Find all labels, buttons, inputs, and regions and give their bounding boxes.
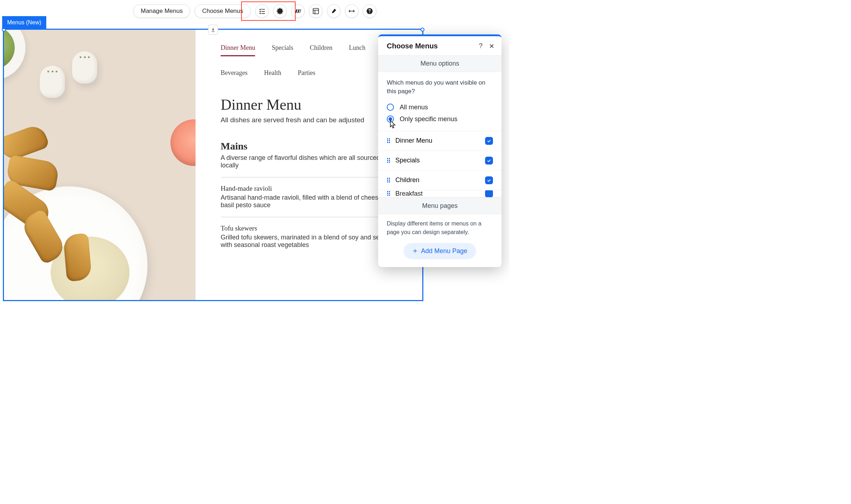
menu-tab-parties[interactable]: Parties (298, 69, 315, 80)
menu-item-desc: Artisanal hand-made ravioli, filled with… (221, 194, 400, 209)
menu-toggle-label: Children (395, 176, 419, 184)
menu-tab-specials[interactable]: Specials (272, 44, 293, 56)
menu-toggle-label: Specials (395, 157, 420, 164)
close-icon[interactable]: ✕ (489, 42, 494, 50)
menu-toggle-label: Breakfast (395, 190, 423, 198)
menu-title: Dinner Menu (221, 96, 400, 113)
drag-handle-icon[interactable] (387, 177, 390, 183)
checklist-icon[interactable] (255, 4, 269, 18)
radio-specific-menus[interactable]: Only specific menus (387, 113, 493, 125)
radio-label: Only specific menus (400, 115, 457, 123)
divider (221, 217, 400, 217)
menu-item-name: Hand-made ravioli (221, 185, 400, 192)
radio-label: All menus (400, 104, 428, 111)
menu-item: Hand-made ravioli Artisanal hand-made ra… (221, 185, 400, 209)
choose-menus-panel: Choose Menus ? ✕ Menu options Which menu… (378, 34, 502, 267)
stretch-icon[interactable] (345, 4, 358, 18)
download-handle-icon[interactable] (208, 25, 218, 35)
panel-section-options: Menu options (378, 55, 502, 72)
section-subtitle: A diverse range of flavorful dishes whic… (221, 154, 400, 169)
menu-toggle-label: Dinner Menu (395, 137, 432, 144)
menu-tabs: Dinner Menu Specials Children Lunch Vega… (221, 44, 400, 80)
section-title: Mains (221, 141, 400, 152)
menu-tab-health[interactable]: Health (264, 69, 281, 80)
menu-toggle-row[interactable]: Dinner Menu (378, 131, 502, 151)
menu-hero-image (4, 30, 196, 301)
checkbox-checked-icon[interactable] (485, 137, 493, 145)
menu-item: Tofu skewers Grilled tofu skewers, marin… (221, 224, 400, 249)
selection-label[interactable]: Menus (New) (2, 16, 46, 29)
editor-toolbar: Manage Menus Choose Menus (133, 4, 376, 18)
choose-menus-button[interactable]: Choose Menus (194, 4, 250, 18)
panel-question: Which menus do you want visible on this … (387, 79, 493, 96)
svg-rect-0 (313, 9, 318, 14)
layout-icon[interactable] (309, 4, 323, 18)
divider (221, 177, 400, 177)
add-menu-page-button[interactable]: Add Menu Page (404, 243, 476, 259)
add-menu-page-label: Add Menu Page (421, 247, 467, 255)
help-icon[interactable] (363, 4, 376, 18)
menu-tab-dinner[interactable]: Dinner Menu (221, 44, 255, 56)
drag-handle-icon[interactable] (387, 191, 390, 196)
menu-tab-children[interactable]: Children (310, 44, 332, 56)
panel-help-icon[interactable]: ? (479, 42, 483, 50)
manage-menus-button[interactable]: Manage Menus (133, 4, 190, 18)
svg-point-2 (369, 12, 370, 13)
radio-icon (387, 104, 394, 111)
panel-header: Choose Menus ? ✕ (378, 36, 502, 55)
cursor-icon (388, 120, 397, 130)
skew-icon[interactable] (291, 4, 305, 18)
menu-subtitle: All dishes are served fresh and can be a… (221, 116, 400, 124)
menu-tab-beverages[interactable]: Beverages (221, 69, 248, 80)
menu-item-name: Tofu skewers (221, 224, 400, 232)
checkbox-checked-icon[interactable] (485, 157, 493, 165)
drag-handle-icon[interactable] (387, 158, 390, 163)
checkbox-checked-icon[interactable] (485, 176, 493, 184)
menu-item-desc: Grilled tofu skewers, marinated in a ble… (221, 234, 400, 249)
menu-toggle-row-peek[interactable]: Breakfast (378, 190, 502, 198)
radio-all-menus[interactable]: All menus (387, 101, 493, 113)
brush-icon[interactable] (327, 4, 340, 18)
gear-icon[interactable] (273, 4, 287, 18)
panel-pages-desc: Display different items or menus on a pa… (378, 214, 502, 243)
specific-menus-list: Dinner Menu Specials Children Breakfast (378, 131, 502, 198)
plus-icon (412, 248, 418, 254)
checkbox-checked-icon[interactable] (485, 190, 493, 198)
menu-toggle-row[interactable]: Children (378, 171, 502, 190)
panel-title: Choose Menus (387, 42, 438, 50)
menu-tab-lunch[interactable]: Lunch (349, 44, 365, 56)
drag-handle-icon[interactable] (387, 138, 390, 144)
menu-toggle-row[interactable]: Specials (378, 151, 502, 171)
panel-section-pages: Menu pages (378, 198, 502, 214)
